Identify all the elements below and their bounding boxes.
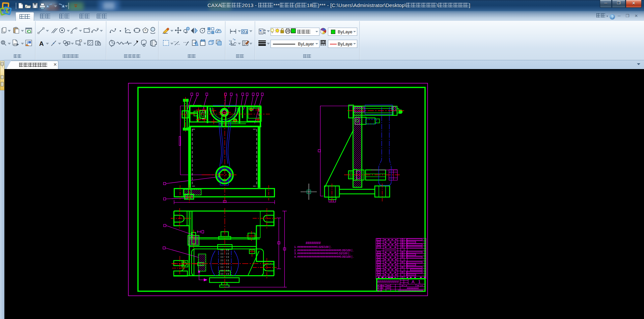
svg-text:3. #########################0.: 3. #########################0.02/100 | . <box>294 252 351 255</box>
svg-text:2. ###########################: 2. ###########################0.05/100 |… <box>294 249 354 252</box>
svg-text:Y: Y <box>229 40 230 42</box>
svg-text:###: ### <box>387 287 390 289</box>
svg-text:## ####: ## #### <box>377 285 385 287</box>
svg-text:###########: ########### <box>377 280 399 284</box>
svg-text:A: A <box>39 40 44 47</box>
svg-text:########: ######## <box>306 241 321 245</box>
svg-text:x: x <box>233 38 234 40</box>
svg-text:###: ### <box>387 285 390 287</box>
svg-text:## 1 #: ## 1 # <box>401 285 407 287</box>
svg-text:4. ###########################: 4. ###########################0.05/100 |… <box>294 255 354 258</box>
svg-text:## ##: ## ## <box>377 290 383 292</box>
svg-text:A 1: A 1 <box>412 279 421 284</box>
svg-text:## ###: ## ### <box>377 287 384 289</box>
svg-text:01#################: 01################# <box>398 289 423 292</box>
svg-text:## 1 #: ## 1 # <box>417 285 423 287</box>
svg-text:1. ############0.025/100 | .: 1. ############0.025/100 | . <box>294 245 332 249</box>
svg-text:#########: ######### <box>407 287 419 289</box>
svg-text:.1: .1 <box>245 30 248 34</box>
